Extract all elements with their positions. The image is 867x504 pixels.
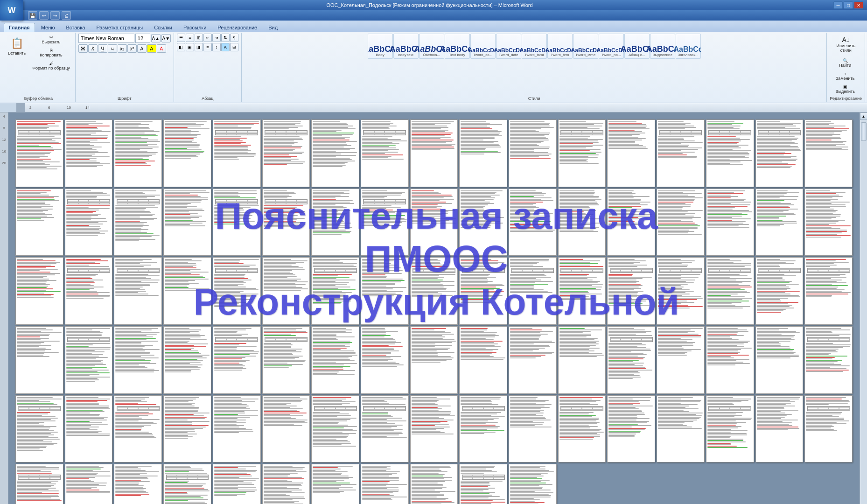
page-thumb[interactable]: [755, 257, 804, 325]
shrink-font-button[interactable]: A▼: [161, 34, 171, 42]
page-thumb[interactable]: [163, 257, 211, 325]
style-heading[interactable]: AaBbCc Заголовок...: [676, 34, 701, 59]
page-thumb[interactable]: [213, 464, 261, 504]
page-thumb[interactable]: [361, 464, 409, 504]
shading-button[interactable]: A: [221, 43, 230, 51]
page-thumb[interactable]: [262, 464, 310, 504]
page-thumb[interactable]: [311, 257, 359, 325]
tab-mailings[interactable]: Рассылки: [178, 23, 211, 32]
quick-print-button[interactable]: 🖨: [62, 11, 71, 20]
page-thumb[interactable]: [755, 119, 804, 187]
page-thumb[interactable]: [262, 395, 310, 463]
undo-button[interactable]: ↩: [39, 11, 49, 20]
page-thumb[interactable]: [607, 119, 655, 187]
multilevel-button[interactable]: ⊞: [195, 34, 203, 42]
page-thumb[interactable]: [706, 189, 754, 256]
page-thumb[interactable]: [558, 326, 606, 394]
page-thumb[interactable]: [804, 257, 853, 325]
page-thumb[interactable]: [804, 189, 853, 256]
style-highlight[interactable]: AaBbCc Выделение: [650, 34, 675, 59]
page-thumb[interactable]: [65, 189, 113, 256]
page-thumb[interactable]: [558, 189, 606, 256]
sort-button[interactable]: ⇅: [221, 34, 230, 42]
replace-button[interactable]: ↕ Заменить: [833, 70, 857, 82]
page-thumb[interactable]: [311, 395, 359, 463]
format-painter-button[interactable]: 🖌 Формат по образцу: [30, 60, 72, 72]
page-thumb[interactable]: [509, 464, 557, 504]
style-tword-no[interactable]: AaBbCcDc Tword_no...: [599, 34, 624, 59]
page-thumb[interactable]: [15, 395, 63, 463]
page-thumb[interactable]: [163, 119, 211, 187]
justify-button[interactable]: ≡: [203, 43, 212, 51]
page-thumb[interactable]: [65, 464, 113, 504]
page-thumb[interactable]: [262, 326, 310, 394]
page-thumb[interactable]: [213, 395, 261, 463]
page-thumb[interactable]: [459, 395, 507, 463]
tab-review[interactable]: Рецензирование: [212, 23, 262, 32]
page-thumb[interactable]: [607, 189, 655, 256]
page-thumb[interactable]: [657, 119, 705, 187]
page-thumb[interactable]: [410, 395, 458, 463]
page-thumb[interactable]: [657, 257, 705, 325]
office-button[interactable]: W: [0, 0, 23, 21]
paste-button[interactable]: 📋 Вставить: [5, 34, 29, 58]
page-thumb[interactable]: [804, 395, 853, 463]
page-thumb[interactable]: [15, 189, 63, 256]
cut-button[interactable]: ✂ Вырезать: [30, 34, 72, 46]
page-thumb[interactable]: [459, 257, 507, 325]
page-thumb[interactable]: [657, 395, 705, 463]
page-thumb[interactable]: [163, 395, 211, 463]
page-thumb[interactable]: [804, 326, 853, 394]
copy-button[interactable]: ⎘ Копировать: [30, 47, 72, 59]
page-thumb[interactable]: [607, 326, 655, 394]
style-tword-firm[interactable]: AaBbCcDc Tword_firm: [547, 34, 573, 59]
page-thumb[interactable]: [361, 257, 409, 325]
tab-references[interactable]: Ссылки: [149, 23, 177, 32]
change-styles-button[interactable]: A↓ Изменить стили: [833, 34, 859, 55]
page-thumb[interactable]: [804, 119, 853, 187]
font-name-selector[interactable]: Times New Roman: [78, 34, 134, 43]
page-thumb[interactable]: [15, 257, 63, 325]
show-formatting-button[interactable]: ¶: [230, 34, 238, 42]
page-thumb[interactable]: [509, 395, 557, 463]
tab-menu[interactable]: Меню: [36, 23, 60, 32]
page-thumb[interactable]: [65, 326, 113, 394]
page-thumb[interactable]: [114, 119, 162, 187]
document-canvas[interactable]: [8, 112, 860, 504]
page-thumb[interactable]: [509, 119, 557, 187]
page-thumb[interactable]: [607, 257, 655, 325]
style-tword-izme[interactable]: AaBbCcDc Tword_izme: [573, 34, 598, 59]
font-color-button[interactable]: A: [157, 44, 166, 53]
page-thumb[interactable]: [15, 119, 63, 187]
page-thumb[interactable]: [657, 326, 705, 394]
page-thumb[interactable]: [410, 119, 458, 187]
page-thumb[interactable]: [311, 464, 359, 504]
scroll-track[interactable]: [860, 120, 867, 504]
page-thumb[interactable]: [65, 119, 113, 187]
page-thumb[interactable]: [213, 119, 261, 187]
maximize-button[interactable]: □: [844, 1, 853, 9]
align-center-button[interactable]: ▣: [186, 43, 194, 51]
page-thumb[interactable]: [65, 257, 113, 325]
style-tword-fami[interactable]: AaBbCcDc Tword_fami: [522, 34, 547, 59]
page-thumb[interactable]: [213, 326, 261, 394]
page-thumb[interactable]: [361, 395, 409, 463]
page-thumb[interactable]: [509, 326, 557, 394]
tab-view[interactable]: Вид: [263, 23, 283, 32]
highlight-button[interactable]: A: [147, 44, 156, 53]
page-thumb[interactable]: [410, 257, 458, 325]
bold-button[interactable]: Ж: [78, 44, 88, 53]
redo-button[interactable]: ↪: [50, 11, 60, 20]
page-thumb[interactable]: [114, 189, 162, 256]
page-thumb[interactable]: [262, 189, 310, 256]
page-thumb[interactable]: [607, 395, 655, 463]
increase-indent-button[interactable]: ⇥: [212, 34, 221, 42]
text-effects-button[interactable]: A: [137, 44, 147, 53]
style-text-body[interactable]: AaBbCcI Text body: [445, 34, 470, 59]
italic-button[interactable]: К: [88, 44, 98, 53]
style-tword-co[interactable]: AaBbCcDc Tword_co...: [470, 34, 496, 59]
subscript-button[interactable]: x₂: [118, 44, 127, 53]
page-thumb[interactable]: [558, 257, 606, 325]
page-thumb[interactable]: [65, 395, 113, 463]
page-thumb[interactable]: [509, 189, 557, 256]
